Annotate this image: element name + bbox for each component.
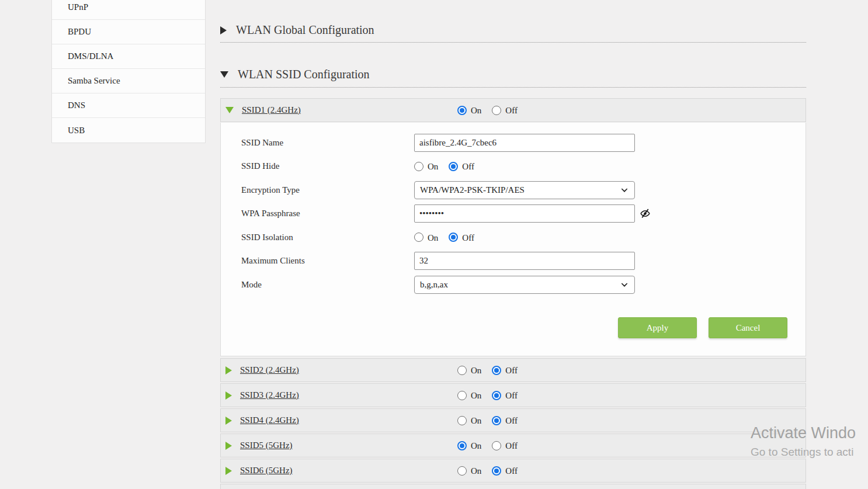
ssid3-off-radio[interactable] bbox=[492, 391, 501, 400]
ssid1-link[interactable]: SSID1 (2.4GHz) bbox=[242, 105, 301, 115]
ssid6-enable-radios: On Off bbox=[457, 465, 528, 476]
wpa-passphrase-label: WPA Passphrase bbox=[241, 209, 300, 219]
sidebar-item-label: BPDU bbox=[68, 27, 91, 37]
off-label: Off bbox=[462, 233, 474, 243]
sidebar-item-samba-service[interactable]: Samba Service bbox=[52, 69, 205, 93]
maximum-clients-label: Maximum Clients bbox=[241, 256, 305, 266]
wpa-passphrase-row: WPA Passphrase bbox=[221, 202, 805, 226]
ssid5-on-radio[interactable] bbox=[457, 441, 467, 450]
maximum-clients-input[interactable] bbox=[414, 252, 635, 270]
ssid-hide-on-radio[interactable] bbox=[414, 162, 423, 171]
ssid2-link[interactable]: SSID2 (2.4GHz) bbox=[240, 365, 299, 375]
ssid-next-header-row-partial[interactable] bbox=[220, 484, 806, 489]
sidebar-item-label: USB bbox=[68, 126, 85, 136]
off-label: Off bbox=[505, 466, 518, 476]
mode-value: b,g,n,ax bbox=[420, 280, 448, 290]
ssid6-link[interactable]: SSID6 (5GHz) bbox=[240, 466, 293, 476]
ssid-hide-row: SSID Hide On Off bbox=[221, 155, 805, 179]
ssid6-header-row[interactable]: SSID6 (5GHz) On Off bbox=[220, 459, 806, 483]
ssid5-enable-radios: On Off bbox=[457, 440, 528, 451]
ssid6-on-radio[interactable] bbox=[457, 466, 467, 476]
ssid2-off-radio[interactable] bbox=[492, 366, 501, 375]
mode-select[interactable]: b,g,n,ax bbox=[414, 276, 635, 294]
wlan-ssid-section-header[interactable]: WLAN SSID Configuration bbox=[220, 68, 370, 81]
sidebar-item-dms-dlna[interactable]: DMS/DLNA bbox=[52, 44, 205, 69]
ssid4-header-row[interactable]: SSID4 (2.4GHz) On Off bbox=[220, 408, 806, 432]
ssid1-header-row[interactable]: SSID1 (2.4GHz) On Off bbox=[220, 98, 806, 122]
on-label: On bbox=[471, 366, 481, 376]
ssid3-on-radio[interactable] bbox=[457, 391, 467, 400]
ssid5-off-radio[interactable] bbox=[492, 441, 501, 450]
ssid6-off-radio[interactable] bbox=[492, 466, 501, 476]
ssid1-enable-radios: On Off bbox=[457, 105, 528, 116]
on-label: On bbox=[471, 441, 481, 451]
section-title: WLAN SSID Configuration bbox=[238, 68, 370, 81]
ssid5-header-row[interactable]: SSID5 (5GHz) On Off bbox=[220, 433, 806, 457]
on-label: On bbox=[428, 162, 438, 172]
sidebar: UPnP BPDU DMS/DLNA Samba Service DNS USB bbox=[51, 0, 206, 143]
toggle-password-visibility-button[interactable] bbox=[639, 207, 651, 220]
ssid-hide-label: SSID Hide bbox=[241, 161, 279, 171]
collapsed-arrow-icon[interactable] bbox=[225, 442, 232, 450]
ssid2-enable-radios: On Off bbox=[457, 365, 528, 376]
ssid4-link[interactable]: SSID4 (2.4GHz) bbox=[240, 415, 299, 425]
encryption-type-select[interactable]: WPA/WPA2-PSK-TKIP/AES bbox=[414, 181, 635, 199]
wlan-global-section-header[interactable]: WLAN Global Configuration bbox=[220, 23, 374, 37]
ssid1-off-radio[interactable] bbox=[492, 106, 501, 115]
ssid4-enable-radios: On Off bbox=[457, 415, 528, 426]
off-label: Off bbox=[505, 416, 518, 426]
expanded-arrow-icon[interactable] bbox=[220, 71, 228, 78]
sidebar-item-label: UPnP bbox=[68, 2, 88, 12]
expanded-arrow-icon[interactable] bbox=[225, 107, 234, 113]
chevron-down-icon bbox=[620, 280, 629, 289]
collapsed-arrow-icon[interactable] bbox=[225, 417, 232, 425]
on-label: On bbox=[471, 106, 481, 116]
sidebar-item-label: DMS/DLNA bbox=[68, 51, 113, 61]
section-divider bbox=[220, 87, 806, 88]
sidebar-item-label: DNS bbox=[68, 100, 85, 110]
mode-label: Mode bbox=[241, 280, 262, 290]
maximum-clients-row: Maximum Clients bbox=[221, 249, 805, 273]
ssid4-off-radio[interactable] bbox=[492, 416, 501, 425]
sidebar-item-label: Samba Service bbox=[68, 76, 120, 86]
off-label: Off bbox=[505, 391, 518, 401]
ssid4-on-radio[interactable] bbox=[457, 416, 467, 425]
encryption-type-row: Encryption Type WPA/WPA2-PSK-TKIP/AES bbox=[221, 178, 805, 202]
encryption-type-value: WPA/WPA2-PSK-TKIP/AES bbox=[420, 185, 525, 195]
off-label: Off bbox=[505, 106, 518, 116]
router-admin-page: UPnP BPDU DMS/DLNA Samba Service DNS USB… bbox=[0, 0, 868, 489]
wpa-passphrase-input[interactable] bbox=[414, 204, 635, 223]
apply-button[interactable]: Apply bbox=[618, 317, 697, 338]
ssid1-form: SSID Name SSID Hide On Off Encrypti bbox=[220, 123, 806, 356]
ssid2-header-row[interactable]: SSID2 (2.4GHz) On Off bbox=[220, 358, 806, 382]
ssid-name-label: SSID Name bbox=[241, 138, 283, 148]
main-content: WLAN Global Configuration WLAN SSID Conf… bbox=[220, 0, 806, 489]
collapsed-arrow-icon[interactable] bbox=[220, 26, 227, 34]
ssid3-header-row[interactable]: SSID3 (2.4GHz) On Off bbox=[220, 383, 806, 407]
ssid-hide-off-radio[interactable] bbox=[449, 162, 458, 171]
ssid-isolation-label: SSID Isolation bbox=[241, 233, 293, 242]
cancel-button[interactable]: Cancel bbox=[709, 317, 787, 338]
ssid-name-input[interactable] bbox=[414, 134, 635, 152]
sidebar-item-bpdu[interactable]: BPDU bbox=[52, 20, 205, 44]
ssid-isolation-on-radio[interactable] bbox=[414, 233, 423, 242]
sidebar-item-usb[interactable]: USB bbox=[52, 118, 205, 143]
sidebar-item-dns[interactable]: DNS bbox=[52, 93, 205, 118]
off-label: Off bbox=[462, 162, 474, 172]
ssid-isolation-off-radio[interactable] bbox=[449, 233, 458, 242]
off-label: Off bbox=[505, 366, 518, 376]
collapsed-arrow-icon[interactable] bbox=[225, 391, 232, 400]
ssid1-on-radio[interactable] bbox=[457, 106, 467, 115]
on-label: On bbox=[471, 391, 481, 401]
chevron-down-icon bbox=[620, 185, 629, 195]
ssid5-link[interactable]: SSID5 (5GHz) bbox=[240, 441, 293, 450]
off-label: Off bbox=[505, 441, 518, 451]
eye-slash-icon bbox=[639, 207, 651, 220]
section-divider bbox=[220, 42, 806, 43]
ssid-name-row: SSID Name bbox=[221, 131, 805, 155]
collapsed-arrow-icon[interactable] bbox=[225, 366, 232, 374]
collapsed-arrow-icon[interactable] bbox=[225, 467, 232, 475]
sidebar-item-upnp[interactable]: UPnP bbox=[52, 0, 205, 20]
ssid3-link[interactable]: SSID3 (2.4GHz) bbox=[240, 390, 299, 400]
ssid2-on-radio[interactable] bbox=[457, 366, 467, 375]
